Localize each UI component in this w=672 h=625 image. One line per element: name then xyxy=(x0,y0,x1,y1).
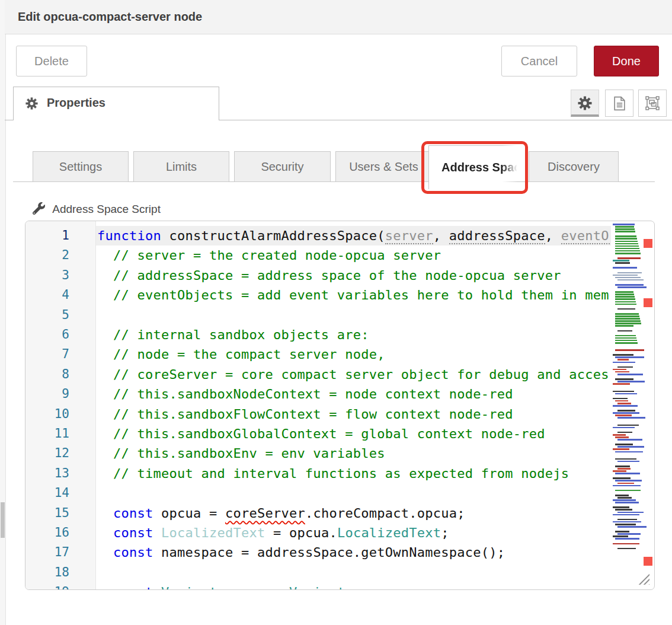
code-line[interactable]: // addressSpace = address space of the n… xyxy=(97,266,561,285)
error-marker xyxy=(644,239,652,248)
code-line[interactable]: // this.sandboxNodeContext = node contex… xyxy=(97,384,513,404)
code-line[interactable]: // timeout and interval functions as exp… xyxy=(97,464,569,483)
edit-node-dialog: Edit opcua-compact-server node Delete Ca… xyxy=(0,0,672,625)
tab-security[interactable]: Security xyxy=(234,151,331,182)
tab-discovery[interactable]: Discovery xyxy=(529,151,619,182)
wrench-icon xyxy=(33,203,52,215)
dialog-title: Edit opcua-compact-server node xyxy=(18,10,202,24)
code-line[interactable]: const Variant = opcua.Variant; xyxy=(97,582,353,590)
tab-properties[interactable]: Properties xyxy=(13,87,219,120)
error-marker xyxy=(644,298,652,307)
tab-users-sets[interactable]: Users & Sets xyxy=(335,151,432,182)
code-line[interactable]: // node = the compact server node, xyxy=(97,345,385,364)
error-marker xyxy=(644,557,652,566)
code-line[interactable]: // this.sandboxEnv = env variables xyxy=(97,444,385,463)
code-line[interactable]: function constructAlarmAddressSpace(serv… xyxy=(97,226,610,245)
editor-code-area[interactable]: function constructAlarmAddressSpace(serv… xyxy=(25,221,610,590)
code-line[interactable]: // coreServer = core compact server obje… xyxy=(97,365,610,384)
background-scrollbar-thumb[interactable] xyxy=(1,502,5,538)
code-editor[interactable]: 12345678910111213141516171819 function c… xyxy=(25,221,655,590)
section-label: Address Space Script xyxy=(33,202,161,216)
code-line[interactable]: // this.sandboxFlowContext = flow contex… xyxy=(97,404,513,424)
tab-address-space[interactable]: Address Space xyxy=(428,145,517,189)
tab-settings[interactable]: Settings xyxy=(33,151,129,182)
background-window-sliver xyxy=(0,0,6,625)
code-line[interactable]: const LocalizedText = opcua.LocalizedTex… xyxy=(97,523,449,543)
code-line[interactable]: const namespace = addressSpace.getOwnNam… xyxy=(97,543,505,562)
section-label-text: Address Space Script xyxy=(52,203,161,215)
node-appearance-button[interactable] xyxy=(638,90,667,117)
cancel-button[interactable]: Cancel xyxy=(501,46,577,76)
dialog-header: Edit opcua-compact-server node xyxy=(5,0,672,34)
code-line[interactable]: // server = the created node-opcua serve… xyxy=(97,245,441,265)
document-icon xyxy=(613,103,626,113)
properties-tab-label: Properties xyxy=(47,96,105,110)
code-line[interactable]: // internal sandbox objects are: xyxy=(97,325,369,345)
node-description-button[interactable] xyxy=(605,90,633,117)
node-properties-button[interactable] xyxy=(571,90,599,117)
gear-icon xyxy=(578,102,592,112)
tab-limits[interactable]: Limits xyxy=(133,151,229,182)
appearance-icon xyxy=(645,102,660,112)
delete-button[interactable]: Delete xyxy=(16,46,87,76)
done-button[interactable]: Done xyxy=(594,46,659,76)
code-line[interactable]: const opcua = coreServer.choreCompact.op… xyxy=(97,503,465,523)
gear-icon xyxy=(25,97,38,112)
code-line[interactable]: // this.sandboxGlobalContext = global co… xyxy=(97,424,545,444)
editor-minimap[interactable] xyxy=(611,221,644,590)
code-line[interactable]: // eventObjects = add event variables he… xyxy=(97,285,610,305)
